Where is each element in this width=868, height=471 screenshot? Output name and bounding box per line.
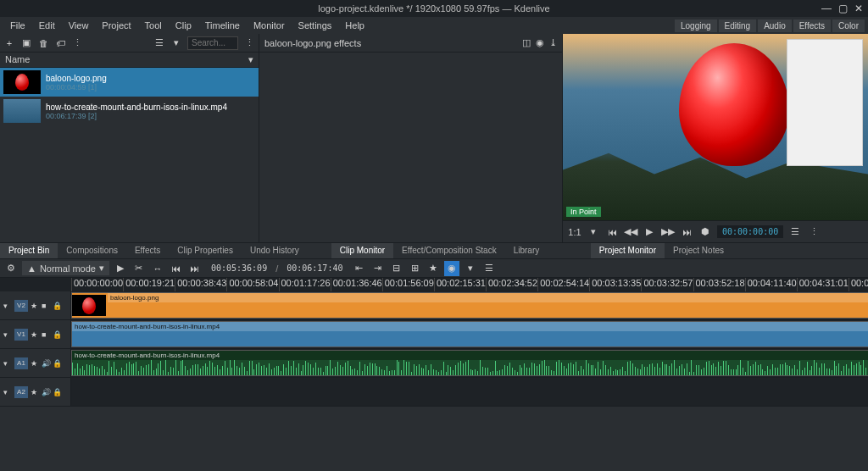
expand-icon[interactable]: ▾ <box>3 359 12 368</box>
menu-edit[interactable]: Edit <box>32 19 62 32</box>
chevron-down-icon[interactable]: ▾ <box>170 37 182 49</box>
split-view-icon[interactable]: ◫ <box>522 37 531 48</box>
menu-tool[interactable]: Tool <box>138 19 169 32</box>
chevron-down-icon[interactable]: ▾ <box>587 225 600 239</box>
rewind-icon[interactable]: ⏮ <box>605 225 619 239</box>
zone-out-icon[interactable]: ⇥ <box>370 261 385 276</box>
speaker-icon[interactable]: 🔊 <box>42 359 50 368</box>
track-lane[interactable] <box>71 378 868 406</box>
chevron-down-icon[interactable]: ▾ <box>463 261 478 276</box>
monitor-viewport[interactable]: In Point <box>563 34 868 220</box>
mode-editing[interactable]: Editing <box>719 19 757 32</box>
menu-timeline[interactable]: Timeline <box>198 19 247 32</box>
lock-icon[interactable]: 🔒 <box>53 359 61 368</box>
maximize-icon[interactable]: ▢ <box>838 3 848 14</box>
minimize-icon[interactable]: — <box>821 3 832 14</box>
menu-view[interactable]: View <box>62 19 96 32</box>
folder-icon[interactable]: ▣ <box>20 37 32 49</box>
timeline-clip[interactable]: how-to-create-mount-and-burn-isos-in-lin… <box>71 350 868 376</box>
timeline-clip[interactable]: baloon-logo.png <box>71 292 868 319</box>
monitor-timecode[interactable]: 00:00:00:00 <box>717 225 783 238</box>
mode-audio[interactable]: Audio <box>758 19 792 32</box>
mute-icon[interactable]: ■ <box>42 302 50 310</box>
play-icon[interactable]: ▶ <box>643 225 656 239</box>
menu-project[interactable]: Project <box>95 19 137 32</box>
tab-compositions[interactable]: Compositions <box>58 243 126 258</box>
menu-monitor[interactable]: Monitor <box>247 19 292 32</box>
star-icon[interactable]: ★ <box>31 388 39 396</box>
star-icon[interactable]: ★ <box>31 359 39 368</box>
track-lane[interactable]: how-to-create-mount-and-burn-isos-in-lin… <box>71 349 868 377</box>
expand-icon[interactable]: ▾ <box>3 388 12 396</box>
mute-icon[interactable]: ■ <box>42 330 50 339</box>
track-lane[interactable]: baloon-logo.png <box>71 291 868 319</box>
filter-icon[interactable]: ⋮ <box>71 37 83 49</box>
options-icon[interactable]: ⋮ <box>807 225 821 239</box>
track-header[interactable]: ▾ A1 ★ 🔊 🔒 <box>0 349 71 377</box>
favorite-icon[interactable]: ★ <box>426 261 441 276</box>
tab-effect-stack[interactable]: Effect/Composition Stack <box>393 243 505 258</box>
tab-effects[interactable]: Effects <box>126 243 169 258</box>
expand-icon[interactable]: ▾ <box>3 330 12 339</box>
lock-icon[interactable]: 🔒 <box>53 302 61 310</box>
lock-icon[interactable]: 🔒 <box>53 330 61 339</box>
insert-icon[interactable]: ⊞ <box>407 261 422 276</box>
track-lane[interactable]: how-to-create-mount-and-burn-isos-in-lin… <box>71 320 868 348</box>
tab-library[interactable]: Library <box>505 243 548 258</box>
add-clip-icon[interactable]: + <box>3 37 15 49</box>
skip-start-icon[interactable]: ⏮ <box>169 261 184 276</box>
tab-clip-properties[interactable]: Clip Properties <box>169 243 242 258</box>
menu-icon[interactable]: ⋮ <box>243 37 255 49</box>
save-stack-icon[interactable]: ⤓ <box>549 37 557 48</box>
toggle-effects-icon[interactable]: ◉ <box>536 37 544 48</box>
select-tool-icon[interactable]: ▶ <box>113 261 128 276</box>
mode-effects[interactable]: Effects <box>793 19 831 32</box>
tab-project-bin[interactable]: Project Bin <box>0 243 58 258</box>
menu-help[interactable]: Help <box>338 19 371 32</box>
delete-icon[interactable]: 🗑 <box>37 37 49 49</box>
tab-project-notes[interactable]: Project Notes <box>665 243 732 258</box>
hamburger-icon[interactable]: ☰ <box>788 225 802 239</box>
razor-tool-icon[interactable]: ✂ <box>131 261 147 276</box>
preview-render-icon[interactable]: ◉ <box>444 261 459 276</box>
mode-color[interactable]: Color <box>832 19 865 32</box>
spacer-tool-icon[interactable]: ↔ <box>150 261 165 276</box>
menu-clip[interactable]: Clip <box>169 19 198 32</box>
list-icon[interactable]: ☰ <box>481 261 497 276</box>
search-input[interactable] <box>187 36 238 50</box>
close-icon[interactable]: ✕ <box>854 3 863 14</box>
track-header[interactable]: ▾ A2 ★ 🔊 🔒 <box>0 378 71 406</box>
tag-icon[interactable]: 🏷 <box>54 37 66 49</box>
view-list-icon[interactable]: ☰ <box>153 37 165 49</box>
tab-undo-history[interactable]: Undo History <box>242 243 308 258</box>
bin-item[interactable]: baloon-logo.png 00:00:04:59 [1] <box>0 68 259 97</box>
gear-icon[interactable]: ⚙ <box>3 261 19 276</box>
track-header[interactable]: ▾ V2 ★ ■ 🔒 <box>0 291 71 319</box>
expand-icon[interactable]: ▾ <box>3 302 12 310</box>
zoom-ratio[interactable]: 1:1 <box>568 225 581 239</box>
marker-icon[interactable]: ⬢ <box>698 225 712 239</box>
tab-clip-monitor[interactable]: Clip Monitor <box>331 243 393 258</box>
bin-item[interactable]: how-to-create-mount-and-burn-isos-in-lin… <box>0 97 259 125</box>
forward-end-icon[interactable]: ⏭ <box>680 225 693 239</box>
skip-forward-icon[interactable]: ▶▶ <box>661 225 675 239</box>
speaker-icon[interactable]: 🔊 <box>42 388 50 396</box>
star-icon[interactable]: ★ <box>31 302 39 310</box>
timeline-position[interactable]: 00:05:36:09 <box>206 263 272 273</box>
lock-icon[interactable]: 🔒 <box>53 388 61 396</box>
skip-end-icon[interactable]: ⏭ <box>187 261 203 276</box>
edit-mode-selector[interactable]: ▲ Normal mode ▾ <box>22 261 109 275</box>
skip-back-icon[interactable]: ◀◀ <box>624 225 637 239</box>
menu-file[interactable]: File <box>3 19 32 32</box>
bin-column-header[interactable]: Name ▾ <box>0 53 259 68</box>
tab-project-monitor[interactable]: Project Monitor <box>591 243 665 258</box>
bin-thumbnail <box>3 70 41 94</box>
timeline-ruler[interactable]: 00:00:00:00 00:00:19:21 00:00:38:43 00:0… <box>0 278 868 291</box>
track-header[interactable]: ▾ V1 ★ ■ 🔒 <box>0 320 71 348</box>
menu-settings[interactable]: Settings <box>292 19 339 32</box>
zone-in-icon[interactable]: ⇤ <box>351 261 366 276</box>
mode-logging[interactable]: Logging <box>675 19 717 32</box>
overwrite-icon[interactable]: ⊟ <box>388 261 403 276</box>
timeline-clip[interactable]: how-to-create-mount-and-burn-isos-in-lin… <box>71 321 868 347</box>
star-icon[interactable]: ★ <box>31 330 39 339</box>
